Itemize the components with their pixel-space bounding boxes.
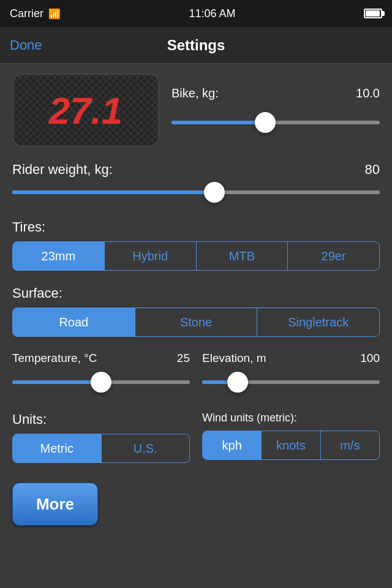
tires-label: Tires:: [12, 219, 380, 235]
bike-slider-container[interactable]: [172, 110, 380, 135]
rider-slider-container[interactable]: [12, 180, 380, 205]
tires-option-3[interactable]: 29er: [288, 242, 379, 270]
elevation-value: 100: [360, 352, 380, 365]
tires-option-1[interactable]: Hybrid: [105, 242, 197, 270]
units-option-0[interactable]: Metric: [13, 434, 102, 462]
carrier-label: Carrier: [10, 7, 43, 20]
elevation-slider-container[interactable]: [202, 370, 380, 394]
elevation-col: Elevation, m 100: [202, 352, 380, 394]
more-button-label: More: [36, 495, 74, 514]
more-button[interactable]: More: [12, 483, 98, 526]
wind-option-0[interactable]: kph: [203, 431, 262, 459]
units-option-1[interactable]: U.S.: [102, 434, 190, 462]
rider-slider-fill: [12, 190, 214, 194]
temp-value: 25: [177, 352, 190, 365]
nav-bar: Done Settings: [0, 27, 392, 64]
surface-option-0[interactable]: Road: [13, 308, 135, 336]
bike-display-value: 27.1: [49, 89, 123, 132]
elevation-label: Elevation, m: [202, 352, 266, 365]
tires-option-0[interactable]: 23mm: [13, 242, 105, 270]
bike-slider-area: Bike, kg: 10.0: [172, 86, 380, 135]
battery-icon: [364, 9, 382, 18]
temp-slider-track: [12, 380, 190, 384]
units-col: Units: Metric U.S.: [12, 412, 190, 463]
bike-slider-fill: [172, 121, 265, 124]
settings-content: 27.1 Bike, kg: 10.0 Rider weight, kg: 80: [0, 64, 392, 535]
wind-units-segment: kph knots m/s: [202, 431, 380, 460]
wind-option-1[interactable]: knots: [262, 431, 320, 459]
wifi-icon: 📶: [48, 8, 61, 20]
bike-row: 27.1 Bike, kg: 10.0: [0, 64, 392, 157]
wind-units-label: Wind units (metric):: [202, 412, 380, 424]
wind-option-2[interactable]: m/s: [321, 431, 379, 459]
temp-slider-fill: [12, 380, 101, 384]
units-label: Units:: [12, 412, 190, 428]
tires-segment: 23mm Hybrid MTB 29er: [12, 241, 380, 271]
elevation-slider-track: [202, 380, 380, 384]
units-segment: Metric U.S.: [12, 434, 190, 463]
more-section: More: [0, 473, 392, 535]
time-label: 11:06 AM: [189, 7, 235, 20]
bike-slider-thumb[interactable]: [255, 112, 276, 133]
temp-elevation-row: Temperature, °C 25 Elevation, m 100: [0, 347, 392, 404]
bike-display: 27.1: [12, 74, 159, 147]
temperature-col: Temperature, °C 25: [12, 352, 190, 394]
surface-segment: Road Stone Singletrack: [12, 307, 380, 337]
temp-label: Temperature, °C: [12, 352, 97, 365]
bike-label: Bike, kg:: [172, 86, 219, 100]
temp-slider-thumb[interactable]: [91, 372, 111, 393]
units-row: Units: Metric U.S. Wind units (metric): …: [0, 407, 392, 473]
temp-slider-container[interactable]: [12, 370, 190, 394]
bike-value: 10.0: [356, 86, 380, 100]
rider-slider-thumb[interactable]: [204, 182, 225, 203]
surface-label: Surface:: [12, 285, 380, 301]
rider-label: Rider weight, kg:: [12, 162, 113, 178]
surface-section: Surface: Road Stone Singletrack: [0, 281, 392, 347]
rider-slider-track: [12, 190, 380, 194]
rider-value: 80: [365, 162, 380, 178]
done-button[interactable]: Done: [10, 37, 42, 53]
wind-units-col: Wind units (metric): kph knots m/s: [202, 412, 380, 460]
surface-option-2[interactable]: Singletrack: [257, 308, 379, 336]
bike-slider-track: [172, 121, 380, 124]
status-bar: Carrier 📶 11:06 AM: [0, 0, 392, 27]
tires-section: Tires: 23mm Hybrid MTB 29er: [0, 214, 392, 281]
rider-section: Rider weight, kg: 80: [0, 157, 392, 214]
surface-option-1[interactable]: Stone: [135, 308, 258, 336]
tires-option-2[interactable]: MTB: [197, 242, 288, 270]
elevation-slider-thumb[interactable]: [227, 372, 248, 393]
page-title: Settings: [167, 37, 225, 54]
